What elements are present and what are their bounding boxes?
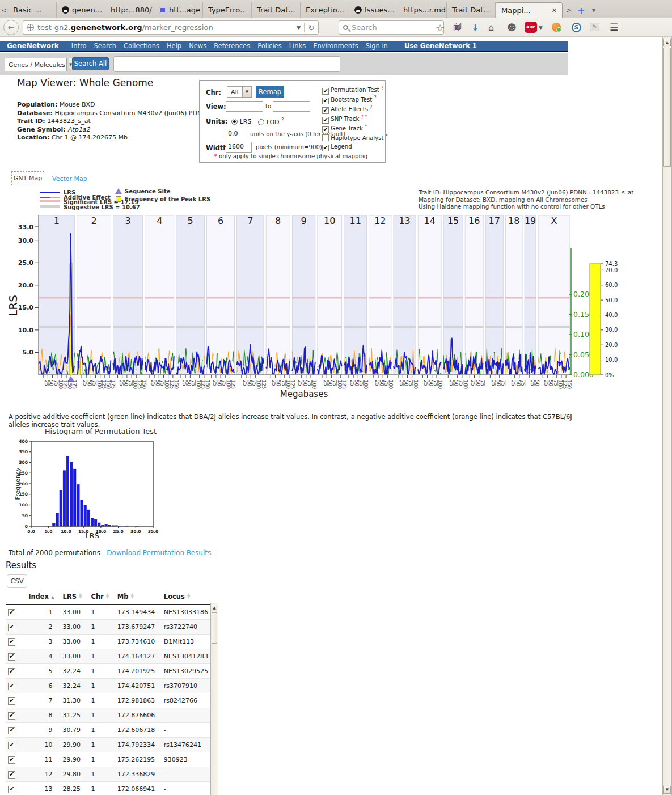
scrollbar-thumb[interactable] [212,612,217,644]
checkbox-permutation-test[interactable]: ✔ Permutation Test ? [322,86,383,95]
tab-list-button[interactable]: ▾ [588,3,600,18]
histogram-bar [74,469,76,526]
tab-vector-map[interactable]: Vector Map [52,175,87,183]
width-input[interactable]: 1600 [226,142,252,153]
browser-tab-5[interactable]: TypeErro... [203,2,252,18]
browser-tab-11[interactable]: Mappi...✕ [496,2,563,18]
csv-button[interactable]: CSV [7,574,27,588]
bookmark-star-icon[interactable]: ☆ [436,22,445,34]
nav-link-policies[interactable]: Policies [257,42,282,50]
brand-genenetwork[interactable]: GeneNetwork [7,42,59,50]
checkbox-allele-effects[interactable]: ✔ Allele Effects ? [322,105,373,114]
nav-link-environments[interactable]: Environments [313,42,358,50]
home-icon[interactable]: ⌂ [488,22,494,33]
scrapbook-icon[interactable]: ✎ [590,23,599,31]
row-checkbox[interactable]: ✔ [8,668,15,675]
column-header-mb[interactable]: Mb ▲▼ [115,591,162,604]
browser-tab-4[interactable]: htt...age [154,2,203,18]
browser-tab-3[interactable]: http:...880/ [105,2,154,18]
row-checkbox[interactable]: ✔ [8,712,15,720]
row-checkbox[interactable]: ✔ [8,756,15,764]
browser-toolbar: ← test-gn2.genenetwork.org/marker_regres… [0,18,672,37]
column-header-locus[interactable]: Locus ▲▼ [162,591,210,604]
sort-icon[interactable]: ▲▼ [130,593,133,599]
results-table-scrollbar[interactable]: ▲ [210,603,218,795]
search-category-select[interactable]: Genes / Molecules ▼ [5,58,67,71]
browser-tab-2[interactable]: genen... [57,2,105,18]
row-checkbox[interactable]: ✔ [8,609,15,616]
units-lod-radio[interactable]: LOD ? [258,117,284,126]
column-header-lrs[interactable]: LRS ▲▼ [61,591,89,604]
sort-ascending-icon[interactable]: ▲ [51,595,54,600]
url-bar[interactable]: test-gn2.genenetwork.org/marker_regressi… [23,20,319,35]
downloads-icon[interactable]: ↓ [471,22,479,33]
s-extension-icon[interactable]: S [572,23,581,32]
adblock-caret-icon[interactable]: ▼ [539,25,543,31]
row-checkbox[interactable]: ✔ [8,683,15,690]
scroll-down-icon[interactable]: ▼ [663,786,671,794]
browser-tab-9[interactable]: https...r.md [398,2,447,18]
view-from-input[interactable] [226,101,263,112]
units-lrs-radio[interactable]: LRS [231,117,251,125]
proxy-extension-icon[interactable] [552,23,561,32]
checkbox-haplotype-analyst[interactable]: Haplotype Analyst * [322,134,388,141]
back-button[interactable]: ← [3,20,19,35]
tab-scroll-right-button[interactable]: > [563,3,575,18]
feedback-smiley-icon[interactable]: ☻ [507,22,517,33]
column-header-index[interactable]: Index ▲ [26,591,60,604]
url-dropdown-icon[interactable]: ▼ [297,25,301,31]
tab-scroll-left-button[interactable]: < [0,3,8,18]
scrollbar-thumb[interactable] [663,48,671,167]
adblock-plus-icon[interactable]: ABP [525,22,537,33]
tab-gn1-map[interactable]: GN1 Map [11,171,44,185]
site-identity-icon[interactable] [27,24,34,31]
nav-link-help[interactable]: Help [167,42,181,50]
row-checkbox[interactable]: ✔ [8,638,15,646]
info-value[interactable]: 1443823_s_at [47,117,91,125]
checkbox-legend[interactable]: ✔ Legend [322,143,352,151]
checkbox-gene-track[interactable]: ✔ Gene Track * [322,124,367,133]
download-permutation-link[interactable]: Download Permutation Results [107,549,211,557]
browser-tab-8[interactable]: Issues... [349,2,398,18]
row-checkbox[interactable]: ✔ [8,653,15,661]
reload-icon[interactable]: ↻ [308,23,315,32]
nav-link-intro[interactable]: Intro [71,42,87,50]
menu-hamburger-icon[interactable]: ☰ [610,22,618,33]
row-checkbox[interactable]: ✔ [8,624,15,631]
checkbox-snp-track[interactable]: ✔ SNP Track ? * [322,115,367,124]
row-checkbox[interactable]: ✔ [8,771,15,779]
chr-select[interactable]: All ▼ [227,86,252,98]
remap-button[interactable]: Remap [256,86,284,98]
site-search-input[interactable] [113,56,340,72]
scroll-up-icon[interactable]: ▲ [663,39,671,46]
column-header-chr[interactable]: Chr ▲▼ [88,591,115,604]
use-genenetwork1-link[interactable]: Use GeneNetwork 1 [404,42,477,50]
nav-link-references[interactable]: References [214,42,250,50]
row-checkbox[interactable]: ✔ [8,727,15,734]
bookmarks-panel-icon[interactable]: 🗐 [453,22,462,33]
search-all-button[interactable]: Search All [72,57,109,70]
nav-link-sign-in[interactable]: Sign in [366,42,388,50]
nav-link-search[interactable]: Search [94,42,117,50]
browser-tab-7[interactable]: Exceptio... [301,2,349,18]
sort-icon[interactable]: ▲▼ [187,593,190,599]
browser-tab-6[interactable]: Trait Dat... [252,2,301,18]
nav-link-news[interactable]: News [189,42,206,50]
scroll-up-icon[interactable]: ▲ [212,604,217,611]
browser-tab-1[interactable]: Basic ... [8,2,57,18]
row-checkbox[interactable]: ✔ [8,742,15,749]
browser-search-field[interactable]: Search [339,20,444,35]
checkbox-bootstrap-test[interactable]: ✔ Bootstrap Test ? [322,95,377,104]
row-checkbox[interactable]: ✔ [8,786,15,793]
window-scrollbar[interactable]: ▲ ▼ [662,37,672,795]
view-to-input[interactable] [273,101,310,112]
new-tab-button[interactable]: + [575,3,588,18]
browser-tab-10[interactable]: Trait Dat... [447,2,496,18]
yaxis-units-input[interactable]: 0.0 [226,129,246,139]
nav-link-collections[interactable]: Collections [124,42,159,50]
nav-link-links[interactable]: Links [289,42,306,50]
tab-close-icon[interactable]: ✕ [552,7,557,14]
sort-icon[interactable]: ▲▼ [79,593,82,599]
row-checkbox[interactable]: ✔ [8,697,15,705]
sort-icon[interactable]: ▲▼ [106,593,109,599]
